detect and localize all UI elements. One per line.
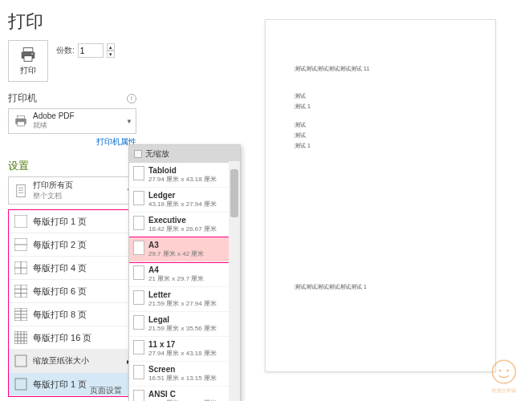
layout-option[interactable]: 每版打印 4 页: [9, 257, 136, 280]
layout-label: 每版打印 1 页: [33, 379, 87, 391]
page-icon: [133, 241, 144, 255]
print-button[interactable]: 打印: [8, 40, 48, 82]
paper-size-option[interactable]: ANSI C43.18 厘米 x 55.88 厘米: [129, 387, 240, 401]
preview-line: [294, 113, 466, 119]
paper-size-option[interactable]: 11 x 1727.94 厘米 x 43.18 厘米: [129, 337, 240, 362]
page-icon: [133, 365, 144, 379]
svg-rect-6: [18, 122, 25, 126]
chevron-down-icon: ▼: [126, 118, 132, 125]
svg-text:吃货自带锅: 吃货自带锅: [492, 387, 516, 394]
paper-dimensions: 21 厘米 x 29.7 厘米: [148, 274, 204, 283]
layout-option[interactable]: 每版打印 6 页: [9, 280, 136, 303]
copies-up[interactable]: ▲: [107, 43, 115, 51]
paper-size-option[interactable]: Legal21.59 厘米 x 35.56 厘米: [129, 312, 240, 337]
copies-down[interactable]: ▼: [107, 51, 115, 58]
paper-dimensions: 29.7 厘米 x 42 厘米: [148, 249, 204, 258]
page-icon: [133, 340, 144, 354]
layout-label: 每版打印 8 页: [33, 309, 87, 321]
print-preview: 测试测试测试测试测试测试 11 测试测试 1 测试测试测试 1 测试测试测试测试…: [265, 19, 496, 372]
paper-size-option[interactable]: Screen16.51 厘米 x 13.15 厘米: [129, 362, 240, 387]
page-icon: [133, 191, 144, 205]
layout-option[interactable]: 每版打印 8 页: [9, 303, 136, 326]
paper-menu-header[interactable]: 无缩放: [129, 145, 240, 163]
grid-icon: [14, 330, 28, 345]
page-icon: [133, 315, 144, 330]
watermark-icon: 吃货自带锅: [482, 358, 526, 396]
grid-icon: [14, 377, 28, 391]
page-icon: [133, 166, 144, 180]
pages-per-sheet-list: 每版打印 1 页每版打印 2 页每版打印 4 页每版打印 6 页每版打印 8 页…: [8, 209, 136, 397]
svg-point-35: [493, 360, 516, 383]
paper-size-option[interactable]: Tabloid27.94 厘米 x 43.18 厘米: [129, 163, 240, 188]
grid-icon: [14, 284, 28, 298]
preview-line: 测试 1: [294, 142, 466, 150]
preview-line: 测试: [294, 121, 466, 129]
paper-name: Executive: [148, 216, 217, 225]
page-title: 打印: [8, 10, 136, 34]
scrollbar[interactable]: [229, 161, 240, 401]
layout-label: 每版打印 6 页: [33, 286, 87, 298]
paper-size-option[interactable]: A329.7 厘米 x 42 厘米: [129, 237, 240, 262]
paper-dimensions: 27.94 厘米 x 43.18 厘米: [148, 175, 217, 184]
paper-name: Tabloid: [148, 166, 217, 175]
printer-icon: [18, 47, 38, 63]
paper-size-option[interactable]: Executive18.42 厘米 x 26.67 厘米: [129, 213, 240, 237]
grid-icon: [14, 307, 28, 322]
svg-rect-5: [18, 115, 25, 119]
paper-name: Letter: [148, 290, 217, 299]
paper-dimensions: 27.94 厘米 x 43.18 厘米: [148, 349, 217, 358]
document-icon: [12, 182, 30, 200]
svg-point-36: [499, 369, 502, 371]
paper-name: 11 x 17: [148, 340, 217, 349]
preview-line: 测试: [294, 92, 466, 100]
page-icon: [133, 265, 144, 280]
paper-name: A3: [148, 241, 204, 249]
preview-line: 测试测试测试测试测试测试 11: [294, 65, 466, 73]
paper-size-option[interactable]: Ledger43.18 厘米 x 27.94 厘米: [129, 188, 240, 213]
grid-icon: [14, 214, 28, 229]
printer-section-title: 打印机: [8, 91, 37, 105]
settings-title: 设置: [8, 159, 136, 173]
grid-icon: [14, 261, 28, 275]
paper-size-menu: 无缩放 Tabloid27.94 厘米 x 43.18 厘米Ledger43.1…: [128, 144, 241, 401]
print-scope-dropdown[interactable]: 打印所有页 整个文档 ▼: [8, 176, 136, 205]
layout-label: 每版打印 16 页: [33, 332, 91, 344]
preview-line: 测试 1: [294, 103, 466, 111]
paper-size-option[interactable]: A421 厘米 x 29.7 厘米: [129, 262, 240, 287]
svg-rect-0: [23, 47, 33, 51]
paper-dimensions: 18.42 厘米 x 26.67 厘米: [148, 225, 217, 233]
grid-icon: [14, 354, 28, 368]
copies-input[interactable]: [78, 43, 104, 58]
paper-name: Legal: [148, 315, 217, 324]
svg-point-37: [506, 369, 509, 371]
info-icon[interactable]: i: [127, 94, 136, 103]
page-icon: [133, 290, 144, 305]
printer-dropdown[interactable]: Adobe PDF 就绪 ▼: [8, 108, 136, 134]
paper-name: A4: [148, 265, 204, 274]
paper-dimensions: 16.51 厘米 x 13.15 厘米: [148, 374, 217, 383]
paper-size-option[interactable]: Letter21.59 厘米 x 27.94 厘米: [129, 287, 240, 312]
scrollbar-thumb[interactable]: [230, 169, 238, 217]
paper-header-label: 无缩放: [145, 148, 169, 160]
page-setup-link[interactable]: 页面设置: [90, 385, 122, 396]
svg-rect-11: [14, 215, 27, 228]
layout-option[interactable]: 每版打印 16 页: [9, 326, 136, 350]
print-button-label: 打印: [20, 65, 36, 76]
svg-rect-2: [24, 55, 32, 61]
scope-line2: 整个文档: [33, 191, 126, 201]
layout-label: 每版打印 2 页: [33, 239, 87, 251]
svg-rect-7: [17, 184, 26, 196]
printer-properties-link[interactable]: 打印机属性: [8, 136, 136, 148]
layout-label: 每版打印 4 页: [33, 262, 87, 274]
paper-dimensions: 21.59 厘米 x 35.56 厘米: [148, 324, 217, 333]
layout-option[interactable]: 每版打印 2 页: [9, 233, 136, 257]
printer-name: Adobe PDF: [33, 111, 126, 120]
layout-option[interactable]: 每版打印 1 页: [9, 210, 136, 233]
layout-option[interactable]: 缩放至纸张大小▸: [9, 350, 136, 373]
svg-point-3: [31, 53, 33, 55]
paper-dimensions: 21.59 厘米 x 27.94 厘米: [148, 299, 217, 308]
swatch-icon: [134, 150, 142, 158]
grid-icon: [14, 237, 28, 252]
copies-label: 份数:: [56, 45, 75, 56]
page-icon: [133, 390, 144, 401]
